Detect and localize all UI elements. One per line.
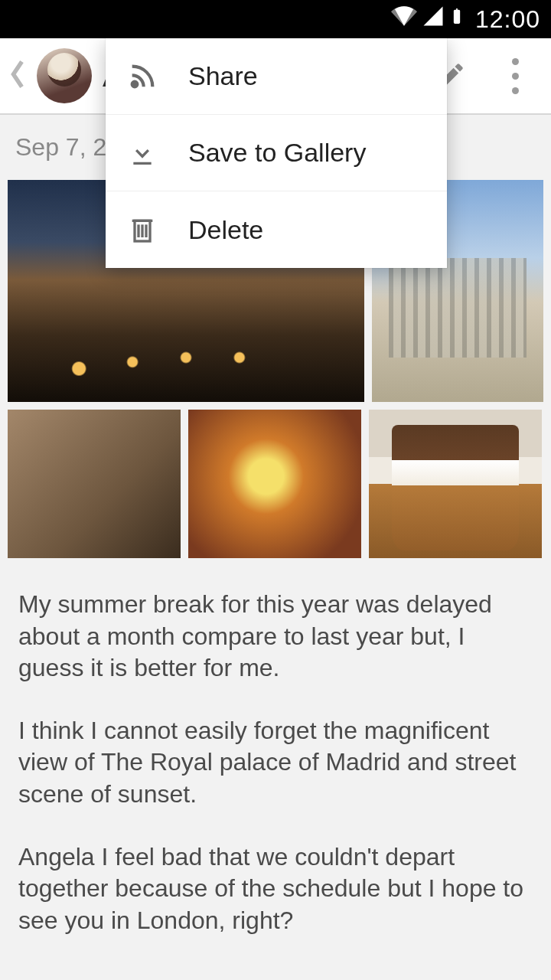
- overflow-button[interactable]: [488, 38, 542, 114]
- post-paragraph: My summer break for this year was delaye…: [18, 589, 533, 684]
- author-avatar[interactable]: [37, 48, 92, 103]
- cell-signal-icon: [422, 5, 445, 34]
- overflow-icon: [512, 58, 519, 94]
- menu-item-label: Save to Gallery: [188, 138, 366, 168]
- gallery-thumb[interactable]: [369, 410, 542, 558]
- back-button[interactable]: [9, 57, 26, 94]
- wifi-icon: [391, 3, 417, 35]
- menu-item-share[interactable]: Share: [106, 38, 447, 115]
- post-paragraph: Angela I feel bad that we couldn't depar…: [18, 841, 533, 937]
- trash-icon: [126, 213, 159, 247]
- menu-item-label: Delete: [188, 215, 263, 245]
- rss-icon: [126, 60, 159, 93]
- post-body: My summer break for this year was delaye…: [0, 566, 551, 980]
- menu-item-save[interactable]: Save to Gallery: [106, 115, 447, 191]
- svg-point-0: [132, 81, 138, 87]
- download-icon: [126, 136, 159, 170]
- menu-item-label: Share: [188, 61, 258, 91]
- status-bar: 12:00: [0, 0, 551, 38]
- gallery-thumb[interactable]: [188, 410, 361, 558]
- menu-item-delete[interactable]: Delete: [106, 191, 447, 268]
- status-clock: 12:00: [475, 5, 540, 34]
- battery-icon: [449, 3, 465, 35]
- post-paragraph: I think I cannot easily forget the magni…: [18, 715, 533, 811]
- overflow-menu: Share Save to Gallery Delete: [106, 38, 447, 268]
- gallery-thumb[interactable]: [8, 410, 181, 558]
